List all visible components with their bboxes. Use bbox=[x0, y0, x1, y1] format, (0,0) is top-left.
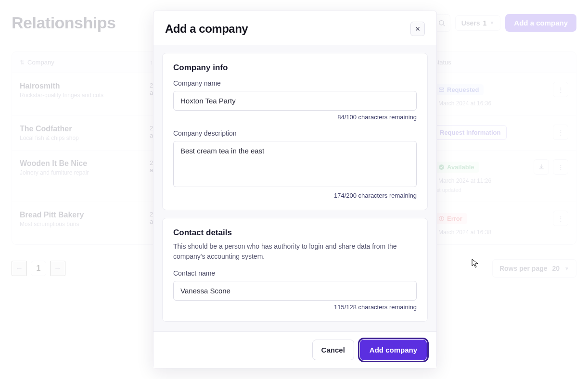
contact-name-input[interactable] bbox=[173, 281, 417, 301]
contact-details-subtitle: This should be a person who has authorit… bbox=[173, 241, 417, 262]
company-description-label: Company description bbox=[173, 129, 417, 137]
section-title-contact-details: Contact details bbox=[173, 228, 417, 238]
company-name-input[interactable] bbox=[173, 91, 417, 111]
add-company-submit-button[interactable]: Add company bbox=[360, 340, 427, 360]
contact-details-card: Contact details This should be a person … bbox=[162, 218, 428, 322]
company-info-card: Company info Company name 84/100 charact… bbox=[162, 53, 428, 210]
modal-title: Add a company bbox=[165, 22, 248, 36]
company-description-hint: 174/200 characters remaining bbox=[173, 192, 417, 199]
contact-name-label: Contact name bbox=[173, 269, 417, 277]
close-button[interactable] bbox=[410, 22, 425, 36]
cancel-button[interactable]: Cancel bbox=[312, 340, 354, 360]
close-icon bbox=[415, 26, 421, 32]
company-name-label: Company name bbox=[173, 79, 417, 87]
section-title-company-info: Company info bbox=[173, 63, 417, 73]
contact-name-hint: 115/128 characters remaining bbox=[173, 303, 417, 311]
add-company-modal: Add a company Company info Company name … bbox=[153, 11, 437, 368]
company-name-hint: 84/100 characters remaining bbox=[173, 114, 417, 121]
company-description-input[interactable] bbox=[173, 141, 417, 187]
